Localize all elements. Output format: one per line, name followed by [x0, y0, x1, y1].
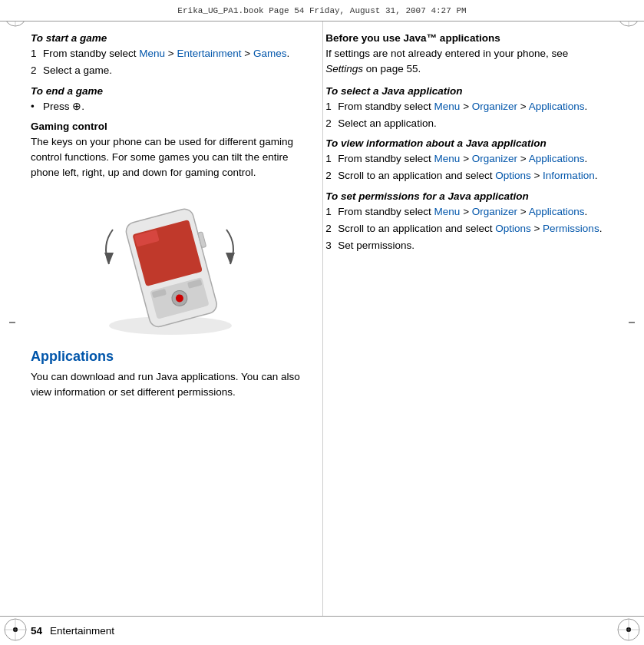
page-label: Entertainment — [50, 625, 114, 637]
select-java-step-1-text: From standby select Menu > Organizer > A… — [338, 99, 587, 114]
menu-link-4: Menu — [434, 206, 461, 217]
java-intro-title: Before you use Java™ applications — [325, 32, 605, 44]
options-link-1: Options — [495, 170, 531, 181]
perm-step-3-text: Set permissions. — [338, 238, 414, 253]
step-num-2: 2 — [325, 168, 338, 184]
side-mark-right — [629, 322, 635, 323]
options-link-2: Options — [495, 223, 531, 234]
organizer-link-3: Organizer — [472, 206, 517, 217]
phone-illustration — [94, 191, 247, 337]
applications-link-1: Applications — [529, 101, 585, 112]
games-link: Games — [253, 48, 287, 59]
step-num-2: 2 — [325, 116, 338, 131]
view-java-info-title: To view information about a Java applica… — [325, 137, 605, 149]
bottom-bar: 54 Entertainment — [0, 616, 644, 645]
section-start-game-title: To start a game — [31, 32, 310, 44]
gaming-control-text: The keys on your phone can be used for d… — [31, 134, 310, 181]
perm-step-2-text: Scroll to an application and select Opti… — [338, 221, 602, 237]
step-num-1: 1 — [325, 204, 338, 220]
menu-link-1: Menu — [139, 48, 165, 59]
page-number: 54 — [31, 625, 42, 637]
left-column: To start a game 1 From standby select Me… — [31, 22, 310, 614]
perm-step-2: 2 Scroll to an application and select Op… — [325, 221, 605, 237]
step-1-start: 1 From standby select Menu > Entertainme… — [31, 46, 310, 61]
phone-image-area — [31, 187, 310, 341]
select-java-step-2-text: Select an application. — [338, 116, 436, 131]
step-2-start: 2 Select a game. — [31, 63, 310, 78]
right-column: Before you use Java™ applications If set… — [325, 22, 605, 614]
step-num-2: 2 — [325, 221, 338, 237]
settings-italic: Settings — [325, 63, 363, 74]
perm-step-1-text: From standby select Menu > Organizer > A… — [338, 204, 587, 220]
organizer-link-2: Organizer — [472, 153, 517, 164]
menu-link-3: Menu — [434, 153, 461, 164]
select-java-title: To select a Java application — [325, 85, 605, 97]
select-java-steps: 1 From standby select Menu > Organizer >… — [325, 99, 605, 132]
step-2-text: Select a game. — [43, 63, 112, 78]
step-num-3: 3 — [325, 238, 338, 253]
organizer-link-1: Organizer — [472, 101, 517, 112]
step-num-1: 1 — [325, 151, 338, 167]
end-key-icon: ⊕ — [72, 101, 81, 112]
main-content: To start a game 1 From standby select Me… — [31, 22, 613, 614]
select-java-step-2: 2 Select an application. — [325, 116, 605, 131]
set-permissions-steps: 1 From standby select Menu > Organizer >… — [325, 204, 605, 254]
end-game-text: Press ⊕. — [43, 99, 84, 114]
step-1-text: From standby select Menu > Entertainment… — [43, 46, 289, 61]
view-info-step-1: 1 From standby select Menu > Organizer >… — [325, 151, 605, 167]
end-game-step: • Press ⊕. — [31, 99, 310, 114]
step-num-2: 2 — [31, 63, 43, 78]
perm-step-1: 1 From standby select Menu > Organizer >… — [325, 204, 605, 220]
view-java-info-steps: 1 From standby select Menu > Organizer >… — [325, 151, 605, 184]
bullet-mark: • — [31, 99, 43, 114]
svg-marker-27 — [226, 253, 235, 264]
section-end-game-title: To end a game — [31, 85, 310, 97]
step-num-1: 1 — [325, 99, 338, 114]
view-info-step-2: 2 Scroll to an application and select Op… — [325, 168, 605, 184]
applications-text: You can download and run Java applicatio… — [31, 369, 310, 401]
header-bar: Erika_UG_PA1.book Page 54 Friday, August… — [0, 0, 644, 22]
side-mark-left — [9, 322, 15, 323]
svg-marker-26 — [104, 253, 114, 264]
entertainment-link: Entertainment — [177, 48, 241, 59]
end-game-steps: • Press ⊕. — [31, 99, 310, 114]
select-java-step-1: 1 From standby select Menu > Organizer >… — [325, 99, 605, 114]
set-permissions-title: To set permissions for a Java applicatio… — [325, 190, 605, 202]
menu-link-2: Menu — [434, 101, 461, 112]
view-info-step-1-text: From standby select Menu > Organizer > A… — [338, 151, 587, 167]
start-game-steps: 1 From standby select Menu > Entertainme… — [31, 46, 310, 79]
applications-heading: Applications — [31, 349, 310, 365]
information-link: Information — [543, 170, 595, 181]
perm-step-3: 3 Set permissions. — [325, 238, 605, 253]
java-intro-text: If settings are not already entered in y… — [325, 46, 605, 78]
applications-link-3: Applications — [529, 206, 585, 217]
applications-link-2: Applications — [529, 153, 585, 164]
gaming-control-title: Gaming control — [31, 121, 310, 132]
step-num-1: 1 — [31, 46, 43, 61]
header-text: Erika_UG_PA1.book Page 54 Friday, August… — [177, 6, 466, 15]
permissions-link: Permissions — [543, 223, 599, 234]
view-info-step-2-text: Scroll to an application and select Opti… — [338, 168, 597, 184]
